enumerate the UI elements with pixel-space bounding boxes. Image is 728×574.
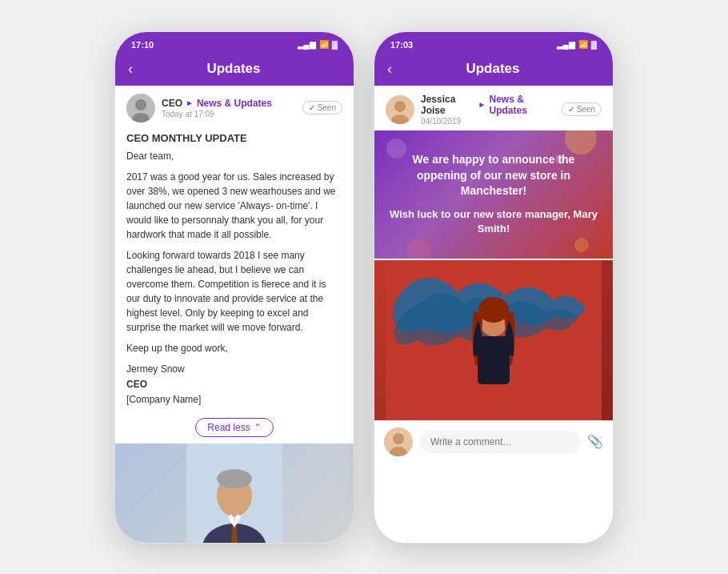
phone-2-body: Jessica Joise ► News & Updates 04/10/201… — [374, 86, 613, 543]
signature-role: CEO — [126, 377, 342, 392]
person-image-container — [374, 260, 613, 420]
seen-label-2: Seen — [577, 105, 595, 114]
announcement-card: We are happy to announce the oppening of… — [374, 130, 613, 259]
seen-label-1: Seen — [318, 103, 336, 112]
post-body-p2: 2017 was a good year for us. Sales incre… — [126, 170, 342, 242]
post-body-p3: Looking forward towards 2018 I see many … — [126, 248, 342, 335]
commenter-avatar-2 — [384, 427, 413, 456]
wifi-icon: 📶 — [319, 40, 329, 49]
post-body-p4: Keep up the good work, — [126, 341, 342, 355]
timestamp-2: 04/10/2019 — [421, 117, 555, 126]
svg-point-6 — [217, 469, 252, 488]
author-line-1: CEO ► News & Updates — [162, 98, 296, 109]
status-icons-1: ▂▄▆ 📶 ▓ — [298, 40, 338, 49]
author-line-2: Jessica Joise ► News & Updates — [421, 94, 555, 116]
announcement-subtitle: Wish luck to our new store manager, Mary… — [387, 207, 600, 236]
comment-bar-2: 📎 — [374, 420, 613, 463]
signal-icon: ▂▄▆ — [298, 40, 316, 49]
deco-circle-1 — [565, 130, 597, 155]
status-icons-2: ▂▄▆ 📶 ▓ — [557, 40, 597, 49]
svg-point-20 — [393, 433, 404, 444]
avatar-ceo — [126, 94, 155, 122]
read-toggle-label: Read less — [207, 422, 250, 433]
seen-badge-2: ✓ Seen — [562, 102, 602, 116]
deco-circle-3 — [574, 238, 589, 252]
deco-circle-4 — [406, 239, 430, 259]
post-title-1: CEO MONTHLY UPDATE — [126, 130, 342, 147]
post-meta-2: Jessica Joise ► News & Updates 04/10/201… — [374, 86, 613, 130]
post-author-info-2: Jessica Joise ► News & Updates 04/10/201… — [421, 94, 555, 126]
battery-icon: ▓ — [332, 40, 338, 49]
status-bar-2: 17:03 ▂▄▆ 📶 ▓ — [374, 32, 613, 54]
announcement-line1: We are happy to announce the — [387, 152, 600, 168]
post-meta-1: CEO ► News & Updates Today at 17:09 ✓ Se… — [115, 86, 354, 127]
wifi-icon-2: 📶 — [578, 40, 588, 49]
back-button-1[interactable]: ‹ — [128, 61, 133, 78]
check-icon-1: ✓ — [309, 103, 315, 112]
announcement-text: We are happy to announce the oppening of… — [387, 152, 600, 236]
post-content-1: CEO MONTHLY UPDATE Dear team, 2017 was a… — [115, 127, 354, 415]
attach-icon-2[interactable]: 📎 — [587, 434, 603, 449]
battery-icon-2: ▓ — [591, 40, 597, 49]
header-title-1: Updates — [142, 61, 325, 77]
phone-2-header: ‹ Updates — [374, 54, 613, 86]
phone-1-body: CEO ► News & Updates Today at 17:09 ✓ Se… — [115, 86, 354, 543]
arrow-icon-1: ► — [186, 98, 194, 107]
header-title-2: Updates — [402, 61, 584, 77]
channel-name-1: News & Updates — [197, 98, 272, 109]
comment-input-2[interactable] — [419, 431, 581, 453]
author-name-2: Jessica Joise — [421, 94, 475, 116]
read-less-button[interactable]: Read less ⌃ — [195, 418, 273, 437]
seen-badge-1: ✓ Seen — [302, 101, 342, 114]
timestamp-1: Today at 17:09 — [162, 110, 296, 118]
post-body-p1: Dear team, — [126, 149, 342, 163]
signature-company: [Company Name] — [126, 392, 342, 407]
signature-name: Jermey Snow — [126, 362, 342, 377]
signal-icon-2: ▂▄▆ — [557, 40, 575, 49]
post-author-info-1: CEO ► News & Updates Today at 17:09 — [162, 98, 296, 118]
phone-2: 17:03 ▂▄▆ 📶 ▓ ‹ Updates — [374, 31, 614, 544]
status-time-2: 17:03 — [390, 40, 413, 50]
arrow-icon-2: ► — [478, 100, 486, 109]
scene: 17:10 ▂▄▆ 📶 ▓ ‹ Updates — [0, 0, 728, 574]
phone-1-header: ‹ Updates — [115, 54, 354, 86]
post-signature: Jermey Snow CEO [Company Name] — [126, 362, 342, 408]
status-time-1: 17:10 — [131, 40, 154, 50]
author-name-1: CEO — [162, 98, 182, 109]
back-button-2[interactable]: ‹ — [387, 61, 392, 78]
svg-point-13 — [394, 101, 406, 112]
read-toggle-wrap: Read less ⌃ — [115, 418, 354, 437]
status-bar-1: 17:10 ▂▄▆ 📶 ▓ — [115, 32, 354, 54]
announcement-line3: Manchester! — [387, 183, 600, 199]
avatar-jessica — [386, 95, 414, 124]
svg-point-1 — [135, 99, 146, 110]
phone-1: 17:10 ▂▄▆ 📶 ▓ ‹ Updates — [114, 31, 354, 544]
svg-point-17 — [478, 297, 509, 323]
ceo-image-container — [115, 444, 354, 543]
check-icon-2: ✓ — [568, 105, 574, 114]
channel-name-2: News & Updates — [490, 94, 555, 116]
chevron-up-icon: ⌃ — [254, 422, 262, 433]
announcement-line2: oppening of our new store in — [387, 168, 600, 184]
ceo-image — [115, 444, 354, 543]
